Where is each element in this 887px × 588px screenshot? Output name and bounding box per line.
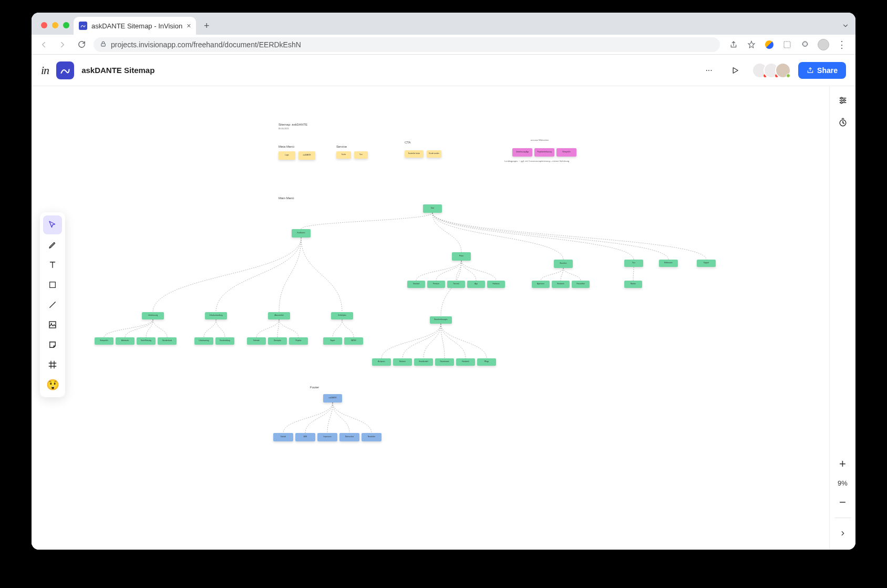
svg-point-7: [840, 102, 842, 104]
diagram-node[interactable]: Stundenkonto: [158, 337, 177, 345]
diagram-node[interactable]: Handwerk: [456, 358, 475, 366]
diagram-node[interactable]: Kostenfrei testen: [405, 150, 424, 158]
diagram-node[interactable]: Standard: [407, 281, 425, 288]
profile-avatar[interactable]: [818, 39, 829, 50]
share-page-icon[interactable]: [728, 39, 739, 50]
diagram-node[interactable]: App: [467, 281, 485, 288]
window-controls: [38, 22, 74, 35]
zoom-expand-icon[interactable]: [835, 525, 851, 541]
diagram-node[interactable]: Login: [279, 151, 295, 160]
bookmark-icon[interactable]: [746, 39, 757, 50]
diagram-node[interactable]: Bäckerei: [393, 358, 412, 366]
diagram-node[interactable]: Branchen: [554, 260, 573, 268]
diagram-node[interactable]: Funktionen: [292, 229, 311, 238]
diagram-node[interactable]: Schichtplan: [331, 312, 353, 319]
diagram-node[interactable]: Export: [323, 337, 342, 345]
settings-icon[interactable]: [837, 95, 849, 106]
presence-avatar[interactable]: [775, 63, 791, 78]
diagram-node[interactable]: AGB: [295, 433, 315, 441]
present-icon[interactable]: [782, 39, 792, 50]
diagram-node[interactable]: Projekte: [289, 337, 308, 345]
diagram-node[interactable]: Support: [697, 260, 716, 267]
window-max-icon[interactable]: [63, 22, 69, 28]
shape-tool[interactable]: [43, 275, 62, 294]
diagram-node[interactable]: Tour: [354, 151, 368, 159]
line-tool[interactable]: [43, 295, 62, 314]
more-menu-button[interactable]: ···: [699, 61, 718, 80]
diagram-node[interactable]: Pflege: [477, 358, 496, 366]
canvas[interactable]: 😲 Sitemap: askDANTE05.05.2021Meta MenüLo…: [32, 86, 829, 550]
timer-icon[interactable]: [837, 117, 849, 128]
diagram-node[interactable]: Nacht/Feiertag: [137, 337, 156, 345]
diagram-node[interactable]: Kunde werden: [427, 150, 441, 158]
browser-tab[interactable]: askDANTE Sitemap - InVision ×: [74, 17, 196, 35]
diagram-node[interactable]: Monitor: [624, 281, 642, 288]
diagram-node[interactable]: Stempeluhr: [95, 337, 114, 345]
diagram-node[interactable]: Gastronomie: [435, 358, 454, 366]
diagram-node[interactable]: Agenturen: [532, 281, 550, 288]
diagram-node[interactable]: Urlaubsantrag: [194, 337, 213, 345]
document-title[interactable]: askDANTE Sitemap: [81, 66, 154, 75]
diagram-node[interactable]: Handwerk: [552, 281, 570, 288]
zoom-in-button[interactable]: +: [835, 456, 851, 472]
pencil-tool[interactable]: [43, 235, 62, 254]
browser-menu-icon[interactable]: ⋮: [837, 39, 847, 50]
tab-close-icon[interactable]: ×: [187, 22, 191, 30]
presence-avatars[interactable]: [752, 63, 791, 78]
diagram-node[interactable]: Krankmeldung: [215, 337, 234, 345]
diagram-node[interactable]: Hardware: [487, 281, 505, 288]
diagram-node[interactable]: Arztpraxis: [372, 358, 391, 366]
diagram-node[interactable]: Kalender: [247, 337, 266, 345]
nav-reload-icon[interactable]: [75, 38, 88, 51]
sticky-tool[interactable]: [43, 335, 62, 354]
diagram-node[interactable]: Arbeitszeit: [116, 337, 135, 345]
diagram-node[interactable]: Projektzeiterfassung: [534, 148, 554, 157]
window-min-icon[interactable]: [52, 22, 58, 28]
zoom-out-button[interactable]: −: [835, 494, 851, 510]
diagram-node[interactable]: Newsletter: [362, 433, 381, 441]
diagram-node[interactable]: Start: [423, 204, 442, 213]
diagram-label: Landingpages → ggf. mit Conversionoptimi…: [504, 160, 569, 162]
diagram-node[interactable]: Gesundheit: [572, 281, 590, 288]
diagram-node[interactable]: Tour: [624, 260, 643, 267]
diagram-node[interactable]: Urlaubsverwaltung: [205, 312, 227, 319]
tab-overflow-icon[interactable]: [842, 22, 849, 32]
url-input[interactable]: projects.invisionapp.com/freehand/docume…: [94, 37, 720, 52]
diagram-node[interactable]: Branchenlösungen: [430, 316, 452, 324]
present-button[interactable]: [726, 61, 745, 80]
image-tool[interactable]: [43, 315, 62, 334]
share-button[interactable]: Share: [798, 62, 846, 79]
diagram-node[interactable]: Suche: [336, 151, 351, 159]
text-tool[interactable]: [43, 255, 62, 274]
diagram-node[interactable]: askDANTE: [298, 151, 315, 160]
emoji-tool[interactable]: 😲: [43, 375, 62, 394]
window-close-icon[interactable]: [41, 22, 47, 28]
extensions-icon[interactable]: [800, 39, 810, 50]
tab-strip: askDANTE Sitemap - InVision × +: [32, 13, 855, 35]
diagram-node[interactable]: Zeiterfassung App: [512, 148, 532, 157]
nav-back-icon[interactable]: [37, 38, 50, 51]
diagram-node[interactable]: Abwesenheit: [268, 312, 290, 319]
diagram-node[interactable]: askDANTE: [323, 394, 342, 403]
svg-point-6: [843, 99, 844, 101]
diagram-node[interactable]: Stempeluhr: [556, 148, 576, 157]
new-tab-button[interactable]: +: [199, 18, 214, 33]
diagram-node[interactable]: Kontakt: [273, 433, 293, 441]
frame-tool[interactable]: [43, 355, 62, 374]
diagram-node[interactable]: Impressum: [317, 433, 337, 441]
nav-forward-icon[interactable]: [56, 38, 69, 51]
diagram-node[interactable]: DATEV: [344, 337, 363, 345]
diagram-node[interactable]: Referenzen: [659, 260, 678, 267]
diagram-node[interactable]: Einzelhandel: [414, 358, 433, 366]
invision-logo[interactable]: in: [41, 64, 49, 77]
extension-icon[interactable]: [764, 39, 775, 50]
zoom-value[interactable]: 9%: [838, 479, 848, 487]
diagram-node[interactable]: Terminal: [447, 281, 465, 288]
diagram-node[interactable]: Datenschutz: [339, 433, 359, 441]
diagram-node[interactable]: Preise: [452, 252, 471, 261]
select-tool[interactable]: [43, 215, 62, 234]
diagram-node[interactable]: Dienstplan: [268, 337, 287, 345]
diagram-node[interactable]: Premium: [427, 281, 445, 288]
svg-point-4: [51, 323, 52, 324]
diagram-node[interactable]: Zeiterfassung: [142, 312, 164, 319]
